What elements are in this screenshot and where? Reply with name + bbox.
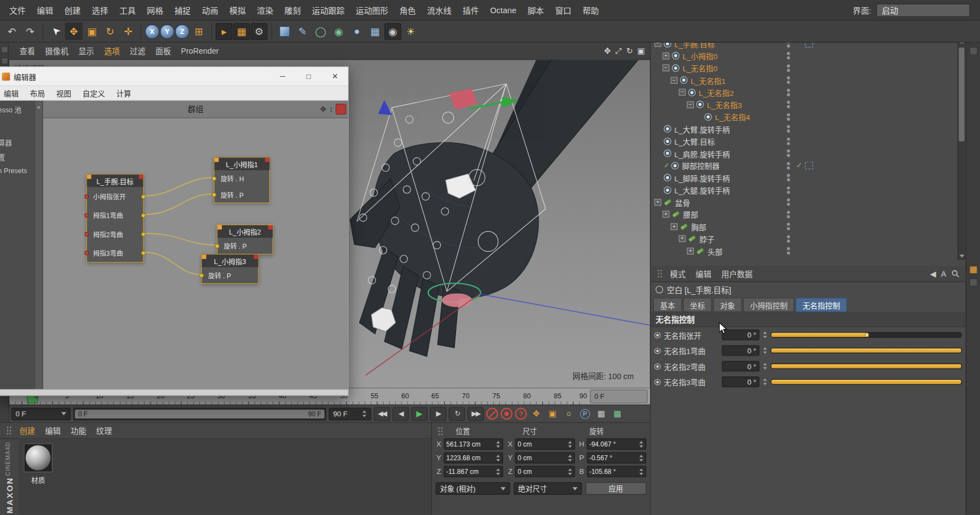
panel-grip-icon[interactable] [657,269,662,278]
vp-menu-prorender[interactable]: ProRender [176,47,223,55]
tab-pinky-control[interactable]: 小拇指控制 [743,297,794,312]
pool-item-xpresso-presets[interactable]: n Presets [0,167,27,175]
history-back-icon[interactable]: ◀ [930,269,936,278]
vp-menu-cameras[interactable]: 摄像机 [40,45,73,57]
menu-help[interactable]: 帮助 [577,4,604,16]
keyframe-circle-icon[interactable] [654,363,660,369]
am-menu-edit[interactable]: 编辑 [690,268,716,280]
node-wrist-target[interactable]: L_手腕.目标 小拇指张开 拇指1弯曲 拇指2弯曲 拇指3弯曲 [87,174,144,262]
object-row[interactable]: +盆骨 [650,196,956,208]
record-keyframe-icon[interactable] [500,408,512,420]
xpresso-canvas[interactable]: 群组 ✥ ↕ L_手腕.目标 [43,101,348,389]
pan-view-icon[interactable]: ✥ [604,46,610,56]
key-scale-icon[interactable]: ▣ [546,407,560,421]
enabled-check-icon[interactable]: ✓ [664,162,670,170]
lock-y-axis-icon[interactable]: Y [160,24,174,38]
object-row[interactable]: +头部 [650,245,956,257]
object-manager-scrollbar[interactable] [958,37,965,260]
visibility-dots-icon[interactable] [787,125,790,133]
object-row[interactable]: L_大臂.旋转手柄 [650,123,956,135]
tab-coordinates[interactable]: 坐标 [683,297,712,312]
undo-icon[interactable]: ↶ [3,22,21,40]
input-port-icon[interactable] [212,176,216,180]
menu-plugins[interactable]: 插件 [457,4,485,16]
size-y-field[interactable]: 0 cm [515,452,575,464]
xpresso-editor-window[interactable]: 编辑器 ─ □ ✕ 编辑 布局 视图 自定义 计算 esso 池 算器 置 n … [0,66,349,396]
object-row[interactable]: +胸部 [650,220,956,232]
visibility-dots-icon[interactable] [787,174,790,182]
menu-select[interactable]: 选择 [87,4,114,16]
panel-grip-icon[interactable] [6,426,11,435]
size-z-field[interactable]: 0 cm [515,466,575,477]
visibility-dots-icon[interactable] [787,138,790,145]
param-value-field[interactable]: 0 ° [722,361,759,371]
param-value-field[interactable]: 0 ° [722,345,759,356]
param-slider[interactable] [771,332,962,337]
minimize-icon[interactable]: ─ [269,67,296,85]
menu-edit[interactable]: 编辑 [31,4,59,16]
last-used-tool-icon[interactable]: ✛ [119,22,137,40]
node-port[interactable]: 拇指2弯曲 [87,225,143,243]
rotation-h-field[interactable]: -94.067 ° [587,438,647,450]
move-nodes-icon[interactable]: ✥ [320,105,326,114]
node-port[interactable]: 旋转 . P [217,238,272,254]
key-position-icon[interactable]: ✥ [529,407,543,421]
goto-end-icon[interactable]: ▶▶ [468,407,484,421]
stepper-icon[interactable] [639,467,644,476]
rotate-view-icon[interactable]: ↻ [626,46,633,56]
vp-menu-panel[interactable]: 面板 [151,45,176,57]
stepper-icon[interactable] [496,439,501,449]
object-row[interactable]: −L_无名指1 [650,74,956,86]
visibility-dots-icon[interactable] [787,247,790,255]
stepper-icon[interactable] [639,439,644,449]
group-corner-icon[interactable] [336,104,346,115]
mat-menu-edit[interactable]: 编辑 [40,425,66,437]
section-header[interactable]: 无名指控制 [650,312,965,327]
end-frame-field[interactable]: 90 F [328,408,371,420]
size-mode-dropdown[interactable]: 绝对尺寸 [514,482,582,495]
lock-z-axis-icon[interactable]: Z [175,24,189,38]
subdivision-surface-icon[interactable]: ◉ [330,22,348,40]
tab-basic[interactable]: 基本 [653,297,682,312]
live-selection-icon[interactable]: ➤ [43,19,68,43]
visibility-dots-icon[interactable] [787,198,790,206]
object-row[interactable]: +腰部 [650,208,956,220]
visibility-dots-icon[interactable] [787,162,790,169]
render-view-icon[interactable]: ▸ [216,23,233,40]
slider-thumb[interactable] [866,333,869,337]
start-frame-field[interactable]: 0 F [11,408,71,420]
range-bar[interactable]: 0 F 90 F [75,409,324,418]
tab-object[interactable]: 对象 [713,297,742,312]
input-port-icon[interactable] [199,273,204,277]
stepper-icon[interactable] [496,453,501,462]
scroll-down-icon[interactable] [959,255,964,258]
visibility-dots-icon[interactable] [787,186,790,194]
pool-item-operators[interactable]: 算器 [0,137,12,147]
object-row[interactable]: L_无名指4 [650,111,956,123]
stepper-icon[interactable] [567,439,572,449]
visibility-dots-icon[interactable] [787,113,790,121]
primitive-cube-icon[interactable] [275,22,293,40]
input-port-icon[interactable] [84,232,89,236]
vp-menu-filter[interactable]: 过滤 [125,45,151,57]
visibility-dots-icon[interactable] [787,64,790,72]
object-row[interactable]: L_大臂.目标 [650,135,956,147]
maximize-view-icon[interactable]: ▣ [637,46,645,56]
object-row[interactable]: −L_无名指0 [650,62,956,74]
prev-frame-icon[interactable]: ◀ [393,407,409,421]
xp-menu-custom[interactable]: 自定义 [77,88,111,98]
menu-file[interactable]: 文件 [4,4,31,16]
xp-menu-layout[interactable]: 布局 [25,88,51,98]
output-port-icon[interactable] [141,250,146,255]
stepper-icon[interactable] [567,453,572,462]
dock-tab-icon[interactable] [970,266,978,274]
dock-tab-icon[interactable] [970,47,978,55]
position-y-field[interactable]: 1223.68 cm [444,452,504,464]
vp-menu-view[interactable]: 查看 [14,45,40,57]
node-pinky1[interactable]: L_小拇指1 旋转 . H 旋转 . P [214,157,270,203]
light-icon[interactable]: ☀ [402,22,419,40]
visibility-dots-icon[interactable] [787,89,790,96]
menu-sculpt[interactable]: 雕刻 [279,4,306,16]
menu-window[interactable]: 窗口 [550,4,577,16]
node-port[interactable]: 旋转 . H [215,170,269,187]
